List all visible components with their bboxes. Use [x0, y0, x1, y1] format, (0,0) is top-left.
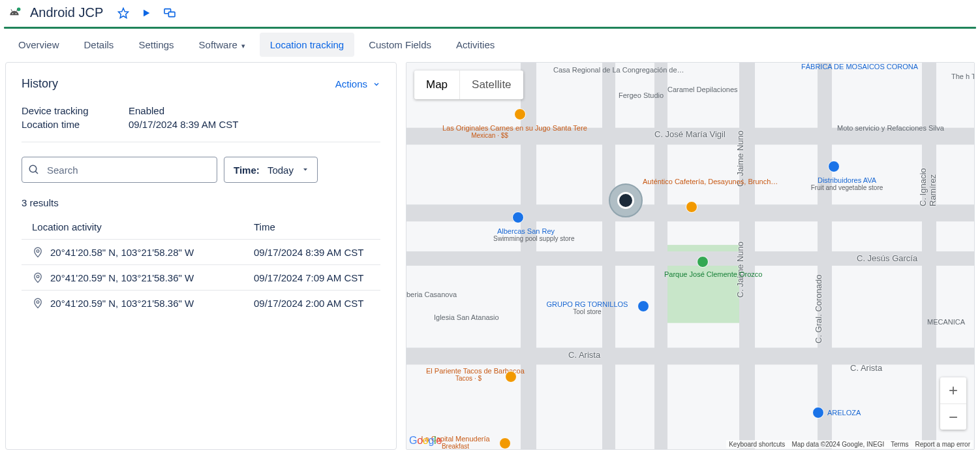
svg-point-9 — [29, 165, 37, 172]
road-label: C. Arista — [568, 350, 600, 360]
poi-label: Iglesia San Atanasio — [434, 313, 499, 321]
poi-label: Moto servicio y Refacciones Silva — [837, 124, 915, 132]
device-tracking-row: Device tracking Enabled — [22, 105, 380, 116]
poi-icon — [697, 256, 709, 268]
results-count: 3 results — [22, 197, 380, 208]
screens-icon[interactable] — [163, 8, 176, 18]
zoom-in-button[interactable]: + — [940, 377, 966, 404]
svg-rect-26 — [818, 63, 832, 449]
poi-label: Albercas San ReySwimming pool supply sto… — [493, 227, 559, 242]
poi-label: The h Tattoo — [951, 72, 975, 80]
col-time: Time — [243, 215, 380, 240]
search-field[interactable] — [22, 157, 217, 183]
poi-icon — [512, 212, 524, 223]
poi-label: Auténtico Cafetería, Desayunos, Brunch… — [643, 178, 721, 185]
svg-rect-27 — [922, 63, 936, 449]
col-location: Location activity — [22, 215, 243, 240]
current-location-marker — [609, 183, 643, 217]
location-time-value: 09/17/2024 8:39 AM CST — [129, 119, 238, 130]
poi-icon — [514, 108, 526, 120]
tab-custom-fields[interactable]: Custom Fields — [358, 33, 442, 57]
svg-point-13 — [37, 276, 39, 278]
poi-label: Fergeo Studio — [619, 91, 664, 99]
svg-line-10 — [35, 171, 38, 174]
poi-icon — [828, 161, 840, 172]
actions-dropdown[interactable]: Actions — [335, 78, 380, 89]
tab-details[interactable]: Details — [74, 33, 125, 57]
search-icon — [28, 164, 40, 176]
history-table: Location activity Time 20°41'20.58" N, 1… — [22, 215, 380, 315]
road-label: C. Gral. Coronado — [814, 275, 823, 344]
poi-label: El Pariente Tacos de BarbacoaTacos · $ — [426, 367, 511, 382]
location-time-row: Location time 09/17/2024 8:39 AM CST — [22, 119, 380, 130]
play-icon[interactable] — [141, 8, 151, 18]
divider — [22, 142, 380, 142]
poi-label: Caramel Depilaciones — [667, 86, 738, 93]
device-tracking-value: Enabled — [129, 105, 164, 116]
table-row[interactable]: 20°41'20.58" N, 103°21'58.28" W 09/17/20… — [22, 240, 380, 265]
tab-overview[interactable]: Overview — [8, 33, 70, 57]
poi-icon — [499, 437, 511, 449]
map[interactable]: C. José María Vigil C. Jesús García C. A… — [406, 62, 975, 450]
poi-label: beria Casanova — [406, 291, 457, 298]
poi-icon — [812, 407, 824, 419]
svg-marker-11 — [303, 168, 307, 171]
tab-settings[interactable]: Settings — [128, 33, 184, 57]
map-attribution: Keyboard shortcuts Map data ©2024 Google… — [726, 440, 973, 449]
road-label: C. Jaime Nuno — [735, 242, 745, 298]
svg-point-1 — [12, 13, 14, 14]
caret-down-icon — [301, 165, 309, 176]
chevron-down-icon — [373, 80, 380, 88]
poi-icon — [505, 371, 517, 383]
page-title: Android JCP — [30, 5, 103, 20]
page-header: Android JCP — [0, 0, 980, 27]
svg-rect-23 — [602, 63, 615, 449]
tab-software[interactable]: Software▾ — [189, 33, 256, 57]
table-row[interactable]: 20°41'20.59" N, 103°21'58.36" W 09/17/20… — [22, 291, 380, 316]
svg-rect-24 — [654, 63, 667, 449]
svg-rect-22 — [521, 63, 536, 449]
map-type-satellite[interactable]: Satellite — [459, 71, 523, 99]
poi-label: GRUPO RG TORNILLOSTool store — [545, 300, 630, 315]
terms-link[interactable]: Terms — [891, 441, 908, 448]
svg-line-3 — [11, 9, 12, 11]
svg-rect-21 — [406, 348, 974, 365]
table-row[interactable]: 20°41'20.59" N, 103°21'58.36" W 09/17/20… — [22, 265, 380, 291]
star-icon[interactable] — [117, 7, 129, 19]
time-filter[interactable]: Time: Today — [224, 157, 318, 183]
poi-label: FÁBRICA DE MOSAICOS CORONA — [801, 63, 886, 71]
road-label: C. Ignacio Ramírez — [918, 150, 938, 206]
poi-icon — [637, 300, 649, 312]
map-pin-icon — [32, 246, 44, 258]
svg-point-2 — [16, 13, 17, 14]
map-type-map[interactable]: Map — [414, 71, 459, 99]
search-input[interactable] — [22, 157, 217, 183]
keyboard-shortcuts-link[interactable]: Keyboard shortcuts — [729, 441, 785, 448]
tab-location-tracking[interactable]: Location tracking — [260, 33, 354, 57]
map-type-control: Map Satellite — [414, 71, 523, 99]
panel-title: History — [22, 77, 58, 91]
google-logo: Google — [409, 435, 442, 447]
svg-marker-5 — [119, 8, 129, 18]
report-error-link[interactable]: Report a map error — [915, 441, 970, 448]
svg-point-14 — [37, 301, 39, 304]
poi-label: Distribuidores AVAFruit and vegetable st… — [808, 176, 886, 191]
poi-label: Parque José Clemente Orozco — [664, 270, 729, 278]
svg-rect-8 — [169, 12, 176, 16]
poi-icon — [686, 201, 697, 213]
tabs: Overview Details Settings Software▾ Loca… — [0, 29, 980, 59]
poi-label: MECANICA — [927, 318, 965, 326]
tab-activities[interactable]: Activities — [446, 33, 505, 57]
road-label: C. José María Vigil — [654, 129, 726, 139]
svg-point-12 — [37, 250, 39, 253]
zoom-out-button[interactable]: − — [940, 404, 966, 430]
poi-label: Las Originales Carnes en su Jugo Santa T… — [442, 124, 537, 139]
chevron-down-icon: ▾ — [241, 42, 245, 50]
zoom-control: + − — [940, 377, 966, 430]
road-label: C. Jesús García — [857, 253, 917, 263]
svg-marker-6 — [144, 9, 149, 16]
poi-label: Casa Regional de La Congregación de… — [553, 66, 638, 74]
history-panel: History Actions Device tracking Enabled … — [5, 62, 397, 450]
road-label: C. Arista — [850, 363, 882, 373]
map-pin-icon — [32, 272, 44, 283]
